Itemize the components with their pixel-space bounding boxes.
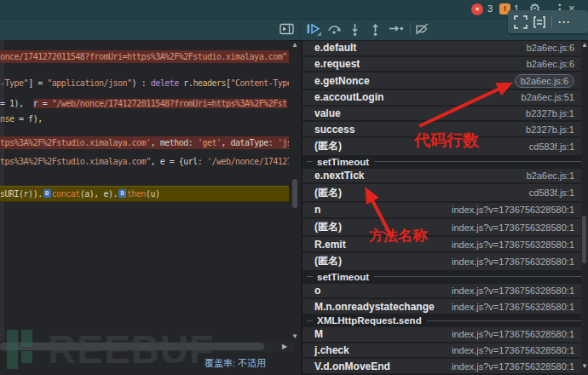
code-segment: ] = — [28, 78, 47, 88]
deactivate-breakpoints-icon[interactable] — [415, 23, 429, 35]
frame-function-name: e.nextTick — [314, 170, 364, 182]
frame-file-location-link[interactable]: index.js?v=1736756328580:1 — [452, 302, 574, 312]
async-boundary-row: XMLHttpRequest.send — [303, 315, 581, 326]
code-line[interactable]: -Type"] = "application/json") : delete r… — [0, 77, 289, 89]
frame-file-location-link[interactable]: index.js?v=1736756328580:1 — [452, 329, 574, 339]
call-stack-frame[interactable]: M.n.onreadystatechangeindex.js?v=1736756… — [303, 299, 581, 314]
frame-file-location-link[interactable]: b2327b.js:1 — [526, 124, 574, 135]
frame-function-name: (匿名) — [314, 186, 342, 200]
devtools-window: × 3 ! 1 ⚙ ⋮ × — [0, 0, 588, 375]
code-line[interactable]: tps%3A%2F%2Fstudio.ximalaya.com', method… — [0, 136, 289, 149]
scroll-down-icon[interactable]: ▼ — [581, 363, 588, 370]
code-segment: sURI(r)). — [0, 189, 43, 199]
toolbar-separator — [410, 23, 411, 36]
frame-function-name: V.d.onMoveEnd — [314, 361, 390, 372]
frame-function-name: e.request — [314, 58, 360, 70]
code-segment: = 1), — [0, 99, 33, 108]
frame-function-name: (匿名) — [314, 139, 342, 153]
code-segment: r = — [33, 99, 52, 108]
call-stack-frame[interactable]: nindex.js?v=1736756328580:1 — [303, 203, 581, 217]
frame-file-location-link[interactable]: index.js?v=1736756328580:1 — [452, 361, 574, 372]
call-stack-frame[interactable]: e.defaultb2a6ec.js:6 — [303, 41, 581, 55]
error-count[interactable]: 3 — [487, 3, 493, 14]
code-line[interactable]: sURI(r)).Dconcat(a), e).Dthen(u) — [0, 186, 289, 202]
frame-function-name: (匿名) — [314, 254, 342, 268]
code-segment: "application/json" — [47, 78, 131, 88]
scroll-right-icon[interactable]: ▶ — [282, 343, 287, 350]
scroll-down-icon[interactable]: ▼ — [291, 333, 298, 340]
frame-function-name: e.default — [314, 42, 356, 54]
code-line[interactable]: nse = f), — [0, 112, 289, 125]
call-stack-frame[interactable]: j.checkindex.js?v=1736756328580:1 — [303, 343, 581, 358]
frame-file-location-link[interactable]: b2a6ec.js:6 — [515, 74, 574, 88]
async-boundary-label: XMLHttpRequest.send — [317, 315, 422, 326]
step-out-icon[interactable] — [370, 23, 381, 36]
frame-file-location-link[interactable]: cd583f.js:1 — [529, 141, 574, 152]
editor-status-bar: 覆盖率: 不适用 — [0, 352, 295, 375]
scrollbar-thumb[interactable] — [292, 179, 297, 208]
frame-file-location-link[interactable]: index.js?v=1736756328580:1 — [452, 239, 574, 250]
call-stack-scrollbar[interactable]: ▲ ▼ — [581, 40, 588, 375]
editor-vertical-scrollbar[interactable]: ▲ ▼ — [289, 40, 301, 341]
scroll-up-icon[interactable]: ▲ — [581, 42, 588, 49]
devtools-toolbar-top-row: × 3 ! 1 ⚙ ⋮ × — [0, 0, 588, 20]
scroll-up-icon[interactable]: ▲ — [291, 42, 298, 49]
overlay-separator — [551, 16, 552, 28]
call-stack-frame[interactable]: e.requestb2a6ec.js:6 — [303, 57, 581, 72]
frame-function-name: j.check — [314, 344, 349, 356]
call-stack-frame[interactable]: (匿名)index.js?v=1736756328580:1 — [303, 219, 581, 236]
frame-file-location-link[interactable]: b2a6ec.js:1 — [527, 170, 574, 181]
frame-file-location-link[interactable]: index.js?v=1736756328580:1 — [452, 286, 574, 296]
scrollbar-thumb[interactable] — [582, 216, 586, 263]
code-line[interactable]: tps%3A%2F%2Fstudio.ximalaya.com", e = {u… — [0, 155, 289, 168]
capture-region-icon[interactable] — [533, 15, 546, 29]
step-icon[interactable] — [389, 23, 404, 34]
frame-file-location-link[interactable]: b2a6ec.js:6 — [527, 43, 574, 53]
call-stack-frame[interactable]: (匿名)cd583f.js:1 — [303, 138, 581, 155]
code-segment: 'get' — [198, 138, 222, 147]
call-stack-frame[interactable]: e.accoutLoginb2a6ec.js:51 — [303, 90, 581, 105]
frame-file-location-link[interactable]: b2a6ec.js:51 — [522, 92, 574, 102]
call-stack-frame[interactable]: (匿名)cd583f.js:1 — [303, 184, 581, 201]
code-segment: (u) — [146, 189, 160, 199]
frame-file-location-link[interactable]: b2327b.js:1 — [526, 108, 574, 118]
frame-file-location-link[interactable]: index.js?v=1736756328580:1 — [452, 257, 574, 267]
frame-file-location-link[interactable]: index.js?v=1736756328580:1 — [452, 345, 574, 355]
inline-breakpoint-chip[interactable]: D — [118, 189, 126, 198]
call-stack-frame[interactable]: e.getNonceb2a6ec.js:6 — [303, 72, 581, 89]
async-boundary-row: setTimeout — [303, 157, 581, 167]
error-badge-icon[interactable]: × — [471, 3, 483, 15]
call-stack-frame[interactable]: successb2327b.js:1 — [303, 122, 581, 136]
editor-horizontal-scrollbar[interactable]: ▶ — [0, 341, 295, 352]
frame-file-location-link[interactable]: b2a6ec.js:6 — [527, 59, 574, 69]
step-over-icon[interactable] — [327, 23, 342, 35]
frame-file-location-link[interactable]: cd583f.js:1 — [529, 188, 574, 198]
call-stack-frame[interactable]: R.emitindex.js?v=1736756328580:1 — [303, 237, 581, 251]
call-stack-frame[interactable]: valueb2327b.js:1 — [303, 107, 581, 121]
call-stack-frame[interactable]: V.d.onMoveEndindex.js?v=1736756328580:1 — [303, 359, 581, 373]
call-stack-frame[interactable]: oindex.js?v=1736756328580:1 — [303, 284, 581, 298]
call-stack-frame[interactable]: (匿名)index.js?v=1736756328580:1 — [303, 253, 581, 270]
resume-script-button[interactable] — [306, 23, 322, 37]
frame-file-location-link[interactable]: index.js?v=1736756328580:1 — [452, 205, 574, 215]
coverage-status-link[interactable]: 覆盖率: 不适用 — [205, 357, 266, 370]
inline-breakpoint-chip[interactable]: D — [43, 189, 51, 198]
code-line[interactable]: once/1741272011548?fromUri=https%3A%2F%2… — [0, 50, 289, 63]
source-editor[interactable]: once/1741272011548?fromUri=https%3A%2F%2… — [0, 40, 289, 341]
code-segment: -Type" — [0, 78, 28, 88]
devtools-toolbar: × 3 ! 1 ⚙ ⋮ × — [0, 0, 588, 41]
call-stack-frame[interactable]: e.nextTickb2a6ec.js:1 — [303, 169, 581, 183]
code-segment: '/web/nonce/174127 — [207, 157, 289, 166]
code-segment: then — [127, 189, 146, 199]
fullscreen-corners-icon[interactable] — [514, 15, 527, 29]
frame-file-location-link[interactable]: index.js?v=1736756328580:1 — [452, 222, 574, 233]
toggle-sidebar-icon[interactable] — [280, 23, 294, 35]
frame-function-name: (匿名) — [314, 220, 342, 234]
overlay-more-icon[interactable]: ··· — [558, 16, 571, 28]
call-stack-frame[interactable]: Mindex.js?v=1736756328580:1 — [303, 327, 581, 342]
step-into-icon[interactable] — [349, 23, 360, 36]
frame-function-name: e.getNonce — [314, 75, 370, 87]
frame-function-name: value — [314, 107, 341, 119]
code-line[interactable]: = 1), r = "/web/nonce/1741272011548?from… — [0, 97, 289, 110]
scrollbar-thumb[interactable] — [0, 343, 264, 350]
